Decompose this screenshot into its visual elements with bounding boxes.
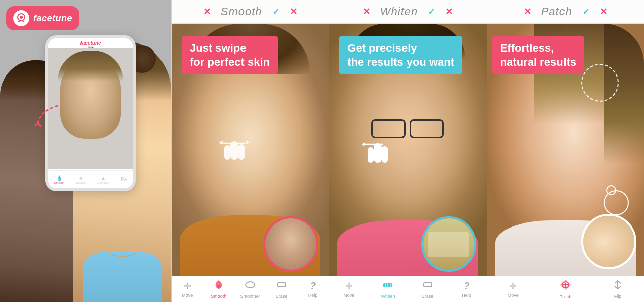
phone-toolbar-patch: Pa (121, 177, 127, 182)
erase-icon (276, 279, 287, 293)
smooth-circle-preview (263, 216, 318, 272)
whiten-caption-text: Get precisely the results you want (347, 41, 454, 69)
patch-toolbar: ✛ Move Patch Flip (487, 276, 644, 302)
patch-icon (559, 279, 572, 293)
whiten-header-x2: ✕ (445, 6, 453, 17)
svg-rect-15 (424, 283, 432, 287)
whiten-toolbar-erase[interactable]: Erase (415, 279, 440, 299)
svg-rect-8 (374, 143, 382, 163)
whiten-toolbar-help[interactable]: ? Help (454, 280, 479, 298)
patch-bottom-label-spacer (487, 251, 644, 276)
smoother-icon (245, 279, 256, 293)
smooth-caption-text: Just swipe for perfect skin (190, 41, 270, 69)
whiten-header-x: ✕ (363, 6, 370, 17)
logo-text: facetune (33, 13, 72, 24)
patch-header-title: Patch (541, 5, 572, 18)
smooth-caption: Just swipe for perfect skin (182, 36, 278, 74)
patch-section: ✕ Patch ✓ ✕ Effortless, natural results … (487, 0, 644, 302)
svg-rect-2 (230, 141, 238, 160)
whiten-caption: Get precisely the results you want (339, 36, 462, 74)
phone-toolbar-reshape: ▲ Reshape (97, 175, 109, 184)
svg-point-6 (246, 282, 255, 288)
smooth-section: ✕ Smooth ✓ ✕ Just swipe for perfect skin (171, 0, 329, 302)
svg-point-21 (569, 284, 571, 286)
phone-toolbar-smooth: 💧 Smooth (54, 175, 65, 184)
svg-point-1 (20, 16, 23, 19)
whiten-header-title: Whiten (380, 5, 418, 18)
whiten-icon (382, 279, 393, 293)
smooth-toolbar-move[interactable]: ✛ Move (175, 281, 200, 298)
patch-dot-small (606, 185, 616, 195)
whiten-section: ✕ Whiten ✓ ✕ Get precisely the results y… (329, 0, 486, 302)
patch-header-check: ✓ (582, 6, 590, 17)
smooth-header-check: ✓ (272, 6, 280, 17)
move-icon: ✛ (184, 281, 191, 292)
move-icon-w: ✛ (345, 281, 353, 292)
help-icon: ? (310, 280, 316, 292)
whiten-circle-preview (421, 216, 476, 272)
svg-rect-7 (278, 283, 286, 287)
phone-toolbar: 💧 Smooth ◈ Details ▲ Reshape Pa (48, 170, 133, 188)
patch-header-x2: ✕ (600, 6, 607, 17)
whiten-toolbar-move[interactable]: ✛ Move (336, 281, 361, 298)
smooth-gesture-icon (214, 126, 255, 174)
flip-icon (612, 279, 623, 293)
smooth-header-x2: ✕ (290, 6, 297, 17)
move-icon-p: ✛ (509, 281, 517, 292)
patch-caption: Effortless, natural results (492, 36, 585, 74)
svg-point-20 (560, 284, 562, 286)
smooth-header: ✕ Smooth ✓ ✕ (172, 0, 329, 24)
logo-icon (13, 10, 29, 26)
smooth-toolbar-smooth[interactable]: Smooth (206, 279, 231, 299)
facetune-logo: facetune (6, 6, 79, 30)
smooth-icon (213, 279, 224, 293)
svg-point-5 (217, 285, 220, 288)
smooth-header-title: Smooth (221, 5, 262, 18)
whiten-toolbar-whiten[interactable]: Whiten (375, 279, 400, 299)
glass-right (410, 119, 444, 138)
smooth-header-x: ✕ (203, 6, 211, 17)
smooth-toolbar-erase[interactable]: Erase (269, 279, 294, 299)
patch-dot-circle-top (581, 64, 619, 102)
patch-header: ✕ Patch ✓ ✕ (487, 0, 644, 24)
patch-toolbar-patch[interactable]: Patch (553, 279, 578, 299)
svg-rect-9 (368, 147, 374, 163)
smooth-toolbar-help[interactable]: ? Help (300, 280, 326, 298)
patch-caption-text: Effortless, natural results (500, 41, 577, 69)
svg-rect-4 (238, 144, 245, 160)
whiten-toolbar: ✛ Move Whiten Erase ? Help (329, 276, 486, 302)
phone-toolbar-details: ◈ Details (76, 175, 85, 184)
svg-point-23 (565, 288, 567, 290)
whiten-header-check: ✓ (428, 6, 435, 17)
smooth-preview-inner (265, 218, 316, 270)
whiten-header: ✕ Whiten ✓ ✕ (329, 0, 486, 24)
patch-header-x: ✕ (524, 6, 531, 17)
svg-point-22 (565, 280, 567, 282)
intro-section: facetune facetune 📷 💧 Smooth ◈ Details ▲… (0, 0, 171, 302)
smooth-toolbar-smoother[interactable]: Smoother (237, 279, 263, 299)
svg-rect-10 (382, 146, 388, 163)
svg-rect-3 (224, 145, 230, 160)
whiten-gesture (358, 129, 398, 172)
erase-icon-w (422, 279, 433, 293)
smooth-toolbar: ✛ Move Smooth Smoother Erase ? Help (172, 276, 329, 302)
whiten-preview-inner (423, 218, 474, 270)
patch-toolbar-flip[interactable]: Flip (605, 279, 630, 299)
patch-toolbar-move[interactable]: ✛ Move (501, 281, 526, 298)
help-icon-w: ? (463, 280, 469, 292)
arrow-decoration (30, 101, 65, 135)
